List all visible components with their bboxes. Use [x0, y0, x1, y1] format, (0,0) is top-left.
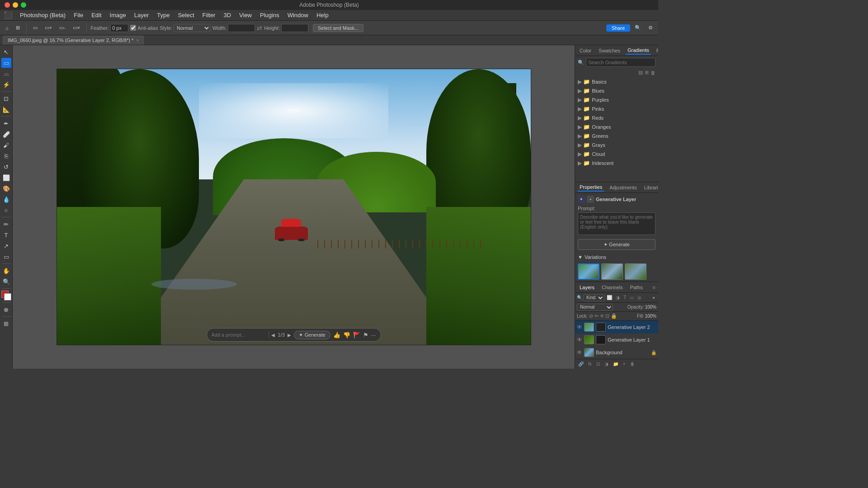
tab-libraries[interactable]: Libraries [642, 184, 658, 191]
tab-close-button[interactable]: × [136, 38, 139, 43]
clone-tool[interactable]: ⎘ [1, 151, 11, 161]
maximize-button[interactable] [21, 2, 26, 8]
shape-filter-btn[interactable]: ▭ [628, 294, 635, 301]
tab-properties[interactable]: Properties [578, 183, 604, 192]
text-tool[interactable]: T [1, 230, 11, 240]
menu-photoshop[interactable]: Photoshop (Beta) [16, 11, 69, 19]
lasso-tool[interactable]: ⌓ [1, 69, 11, 79]
lock-position-icon[interactable]: ✛ [600, 313, 604, 319]
gradient-group-basics[interactable]: ▶ 📁 Basics [578, 77, 656, 86]
close-button[interactable] [5, 2, 10, 8]
layer-vis-gen2[interactable]: 👁 [577, 324, 582, 330]
delete-layer-btn[interactable]: 🗑 [629, 361, 636, 367]
menu-file[interactable]: File [70, 11, 87, 19]
select-and-mask-button[interactable]: Select and Mask... [313, 24, 364, 32]
lock-all-icon[interactable]: 🔒 [611, 313, 617, 319]
menu-select[interactable]: Select [174, 11, 198, 19]
ai-next-btn[interactable]: ▶ [288, 333, 291, 338]
gradient-group-iridescent[interactable]: ▶ 📁 Iridescent [578, 159, 656, 168]
variation-3[interactable] [625, 263, 646, 280]
blur-tool[interactable]: 💧 [1, 194, 11, 204]
tab-channels[interactable]: Channels [600, 284, 624, 291]
gradient-group-cloud[interactable]: ▶ 📁 Cloud [578, 150, 656, 159]
add-mask-btn[interactable]: ⊡ [595, 361, 601, 367]
menu-window[interactable]: Window [284, 11, 312, 19]
menu-help[interactable]: Help [313, 11, 332, 19]
swap-icon[interactable]: ⇄ [257, 24, 262, 32]
layer-vis-gen1[interactable]: 👁 [577, 337, 582, 343]
gradient-list-view-btn[interactable]: ▤ [638, 70, 643, 75]
new-layer-btn[interactable]: + [622, 361, 627, 367]
tab-swatches[interactable]: Swatches [597, 47, 622, 54]
new-selection-btn[interactable]: ▭ [30, 24, 40, 32]
gradient-group-purples[interactable]: ▶ 📁 Purples [578, 95, 656, 104]
eyedropper-tool[interactable]: ✒ [1, 118, 11, 128]
feather-input[interactable] [110, 24, 128, 32]
flag-btn[interactable]: 🚩 [353, 332, 360, 338]
variation-2[interactable] [601, 263, 623, 280]
menu-type[interactable]: Type [153, 11, 173, 19]
gradient-group-greens[interactable]: ▶ 📁 Greens [578, 131, 656, 141]
pixel-filter-btn[interactable]: ⬜ [605, 294, 613, 301]
generate-button[interactable]: ✦ Generate [578, 239, 656, 250]
gradient-group-blues[interactable]: ▶ 📁 Blues [578, 86, 656, 95]
search-btn[interactable]: 🔍 [632, 24, 644, 32]
tab-layers[interactable]: Layers [578, 284, 596, 291]
style-select[interactable]: Normal Fixed Ratio Fixed Size [174, 24, 211, 32]
gradient-group-oranges[interactable]: ▶ 📁 Oranges [578, 122, 656, 131]
layers-menu-btn[interactable]: ≡ [653, 285, 656, 290]
menu-3d[interactable]: 3D [220, 11, 235, 19]
gradient-group-grays[interactable]: ▶ 📁 Grays [578, 141, 656, 150]
add-style-btn[interactable]: fx [587, 361, 593, 367]
blend-mode-select[interactable]: Normal [577, 304, 613, 311]
layer-vis-bg[interactable]: 👁 [577, 349, 582, 356]
menu-layer[interactable]: Layer [131, 11, 153, 19]
layer-filter-toggle[interactable]: ● [651, 294, 656, 301]
gradient-grid-view-btn[interactable]: ⊞ [645, 70, 649, 75]
subtract-selection-btn[interactable]: ▭- [57, 24, 68, 32]
prompt-textarea[interactable] [578, 212, 656, 235]
quick-mask-btn[interactable]: ⊗ [1, 305, 11, 314]
antialias-checkbox[interactable] [130, 25, 136, 31]
home-btn[interactable]: ⌂ [3, 24, 11, 32]
document-tab[interactable]: IMG_0660.jpeg @ 16.7% (Generative Layer … [3, 36, 144, 45]
marquee-tool[interactable]: ▭ [1, 58, 11, 68]
smart-filter-btn[interactable]: ◎ [636, 294, 643, 301]
gradient-group-reds[interactable]: ▶ 📁 Reds [578, 113, 656, 122]
link-layers-btn[interactable]: 🔗 [577, 361, 585, 367]
share-button[interactable]: Share [606, 24, 630, 32]
move-tool[interactable]: ↖ [1, 47, 11, 57]
pen-tool[interactable]: ✏ [1, 219, 11, 229]
ai-prompt-input[interactable] [211, 332, 265, 338]
eraser-tool[interactable]: ⬜ [1, 173, 11, 183]
lock-artboard-icon[interactable]: ⊡ [605, 313, 609, 319]
new-fill-btn[interactable]: ◑ [603, 361, 610, 367]
background-color[interactable] [4, 293, 11, 300]
tab-paths[interactable]: Paths [628, 284, 645, 291]
heal-tool[interactable]: 🩹 [1, 129, 11, 139]
height-input[interactable] [281, 24, 308, 32]
shape-tool[interactable]: ▭ [1, 252, 11, 262]
gradient-group-pinks[interactable]: ▶ 📁 Pinks [578, 104, 656, 113]
lock-transparent-icon[interactable]: ⊘ [589, 313, 593, 319]
hand-tool[interactable]: ✋ [1, 266, 11, 276]
adjustment-filter-btn[interactable]: ◑ [614, 294, 621, 301]
menu-edit[interactable]: Edit [88, 11, 105, 19]
canvas-image[interactable] [57, 69, 531, 345]
lock-paint-icon[interactable]: ✏ [594, 313, 599, 319]
new-group-btn[interactable]: 📁 [612, 361, 620, 367]
compare-btn[interactable]: ⚑ [363, 332, 368, 338]
add-selection-btn[interactable]: ▭+ [42, 24, 55, 32]
zoom-tool[interactable]: 🔍 [1, 277, 11, 286]
gradient-tool[interactable]: 🎨 [1, 183, 11, 193]
settings-btn[interactable]: ⚙ [646, 24, 656, 32]
layer-row-bg[interactable]: 👁 Background 🔒 [575, 346, 658, 359]
measure-tool[interactable]: 📐 [1, 104, 11, 114]
more-btn[interactable]: ··· [371, 332, 376, 338]
magic-wand-tool[interactable]: ⚡ [1, 80, 11, 89]
menu-view[interactable]: View [236, 11, 255, 19]
width-input[interactable] [228, 24, 255, 32]
intersect-selection-btn[interactable]: ▭× [70, 24, 83, 32]
color-swatch[interactable] [1, 291, 11, 300]
menu-filter[interactable]: Filter [199, 11, 219, 19]
